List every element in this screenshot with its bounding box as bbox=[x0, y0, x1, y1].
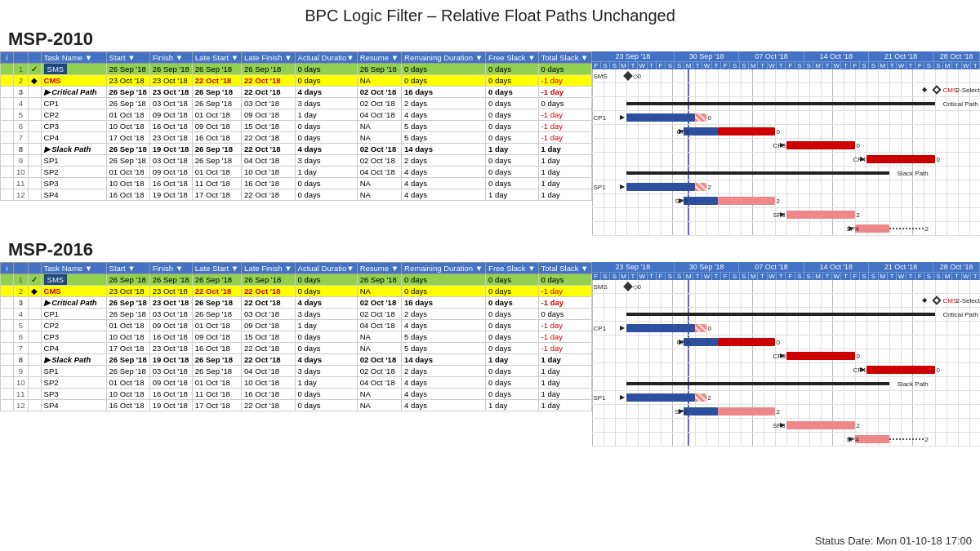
row-latestart: 26 Sep '18 bbox=[192, 366, 241, 377]
row-latestart: 17 Oct '18 bbox=[192, 189, 241, 201]
table-row: 3 ▶ Critical Path 26 Sep '18 23 Oct '18 … bbox=[1, 297, 592, 309]
gantt-bar bbox=[684, 407, 718, 415]
row-start: 17 Oct '18 bbox=[106, 343, 149, 354]
gantt-day-cell: W bbox=[962, 62, 971, 69]
table-row: 5 CP2 01 Oct '18 09 Oct '18 01 Oct '18 0… bbox=[1, 109, 592, 121]
row-freeslack: 0 days bbox=[486, 109, 538, 121]
gantt-day-cell: M bbox=[943, 62, 952, 69]
gantt-week-cell: 30 Sep '18 bbox=[675, 262, 739, 272]
gantt-row: Critical Path bbox=[592, 97, 980, 111]
msp2016-gantt: 23 Sep '1830 Sep '1807 Oct '1814 Oct '18… bbox=[592, 262, 980, 447]
row-resume: NA bbox=[357, 331, 401, 343]
row-resume: NA bbox=[357, 286, 401, 297]
row-start: 16 Oct '18 bbox=[106, 400, 149, 411]
gantt-day-cell: M bbox=[620, 273, 629, 280]
gantt-row: SMS◇0 bbox=[592, 280, 980, 294]
row-start: 26 Sep '18 bbox=[106, 366, 149, 377]
row-info bbox=[1, 155, 14, 167]
row-latefinish: 10 Oct '18 bbox=[242, 167, 296, 178]
row-totalslack: -1 day bbox=[538, 331, 591, 343]
row-check bbox=[28, 354, 41, 366]
row-info bbox=[1, 167, 14, 178]
gantt-bar-label: CP1 bbox=[594, 325, 607, 332]
table-row: 6 CP3 10 Oct '18 16 Oct '18 09 Oct '18 1… bbox=[1, 121, 592, 132]
row-freeslack: 0 days bbox=[486, 121, 538, 132]
gantt-day-cell: S bbox=[730, 62, 739, 69]
gantt-bar-label: ▶ bbox=[679, 197, 684, 204]
th-resume: Resume ▼ bbox=[357, 52, 401, 64]
row-remdur: 0 days bbox=[402, 64, 486, 75]
row-num: 4 bbox=[14, 98, 29, 109]
row-remdur: 5 days bbox=[402, 121, 486, 132]
row-actualdur: 4 days bbox=[295, 87, 357, 98]
th-actualdur: Actual Duratio▼ bbox=[295, 52, 357, 64]
gantt-day-cell: W bbox=[832, 273, 841, 280]
row-check bbox=[28, 309, 41, 320]
row-resume: NA bbox=[357, 343, 401, 354]
table-row: 4 CP1 26 Sep '18 03 Oct '18 26 Sep '18 0… bbox=[1, 309, 592, 320]
row-info bbox=[1, 286, 14, 297]
gantt-day-cell: S bbox=[675, 273, 684, 280]
row-actualdur: 0 days bbox=[295, 343, 357, 354]
gantt-header-2: 23 Sep '1830 Sep '1807 Oct '1814 Oct '18… bbox=[592, 262, 980, 280]
gantt-day-cell: M bbox=[684, 273, 693, 280]
gantt-day-cell: T bbox=[823, 62, 832, 69]
gantt-day-cell: T bbox=[758, 62, 767, 69]
row-start: 10 Oct '18 bbox=[106, 331, 149, 343]
gantt-week-cell: 21 Oct '18 bbox=[869, 262, 933, 272]
gantt-day-cell: S bbox=[610, 273, 619, 280]
row-remdur: 4 days bbox=[402, 189, 486, 201]
row-latefinish: 16 Oct '18 bbox=[242, 389, 296, 400]
gantt-row: CP3▶0 bbox=[592, 139, 980, 153]
row-taskname: CP1 bbox=[41, 98, 106, 109]
row-latestart: 01 Oct '18 bbox=[192, 377, 241, 389]
row-info bbox=[1, 297, 14, 309]
row-info bbox=[1, 309, 14, 320]
gantt-bar-label: 0 bbox=[708, 325, 711, 332]
row-start: 26 Sep '18 bbox=[106, 297, 149, 309]
gantt-bar bbox=[695, 183, 706, 191]
row-finish: 09 Oct '18 bbox=[149, 320, 192, 331]
th2-check bbox=[28, 263, 41, 274]
row-remdur: 4 days bbox=[402, 377, 486, 389]
row-num: 7 bbox=[14, 343, 29, 354]
gantt-bar-label: CP1 bbox=[594, 114, 607, 122]
row-num: 8 bbox=[14, 354, 29, 366]
gantt-day-cell: F bbox=[786, 62, 795, 69]
gantt-day-cell: T bbox=[712, 273, 721, 280]
row-finish: 16 Oct '18 bbox=[149, 389, 192, 400]
gantt-bar-label: 0 bbox=[857, 353, 860, 360]
row-check bbox=[28, 178, 41, 189]
gantt-row: Slack Path bbox=[592, 167, 980, 180]
row-freeslack: 0 days bbox=[486, 75, 538, 87]
row-num: 11 bbox=[14, 178, 29, 189]
gantt-day-cell: W bbox=[638, 273, 647, 280]
row-actualdur: 0 days bbox=[295, 75, 357, 87]
row-finish: 16 Oct '18 bbox=[149, 331, 192, 343]
row-latefinish: 15 Oct '18 bbox=[242, 121, 296, 132]
table-row: 5 CP2 01 Oct '18 09 Oct '18 01 Oct '18 0… bbox=[1, 320, 592, 331]
th-latefinish: Late Finish ▼ bbox=[242, 52, 296, 64]
row-num: 6 bbox=[14, 121, 29, 132]
row-start: 26 Sep '18 bbox=[106, 87, 149, 98]
row-resume: NA bbox=[357, 400, 401, 411]
gantt-week-cell: 14 Oct '18 bbox=[804, 51, 869, 61]
gantt-week-cell: 14 Oct '18 bbox=[804, 262, 869, 272]
row-check: ✓ bbox=[28, 274, 41, 286]
row-check bbox=[28, 132, 41, 144]
row-taskname: SP4 bbox=[41, 400, 106, 411]
gantt-bar-label: ◆ bbox=[922, 296, 927, 304]
gantt-day-cell: T bbox=[906, 62, 915, 69]
row-info bbox=[1, 274, 14, 286]
gantt-bar-label: Slack Path bbox=[898, 380, 929, 388]
row-remdur: 5 days bbox=[402, 343, 486, 354]
row-remdur: 0 days bbox=[402, 274, 486, 286]
gantt-day-cell: F bbox=[592, 62, 601, 69]
row-actualdur: 3 days bbox=[295, 309, 357, 320]
row-remdur: 16 days bbox=[402, 87, 486, 98]
row-latestart: 01 Oct '18 bbox=[192, 109, 241, 121]
row-taskname: ▶ Slack Path bbox=[41, 354, 106, 366]
gantt-weeks-row: 23 Sep '1830 Sep '1807 Oct '1814 Oct '18… bbox=[592, 51, 980, 62]
row-num: 1 bbox=[14, 274, 29, 286]
row-latefinish: 03 Oct '18 bbox=[242, 98, 296, 109]
